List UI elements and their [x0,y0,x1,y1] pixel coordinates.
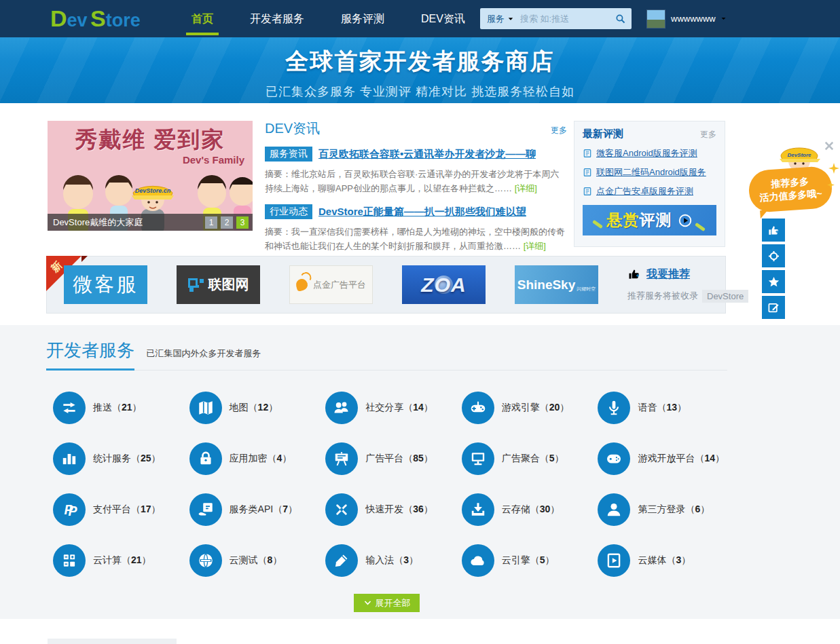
avatar [646,10,665,29]
floating-tool-button[interactable] [762,270,785,293]
news-detail-link[interactable]: [详细] [524,241,546,251]
carousel-page-button[interactable]: 1 [205,216,217,229]
reviews-more-link[interactable]: 更多 [700,129,716,140]
service-category[interactable]: 云存储（30） [455,484,591,535]
service-category[interactable]: 社交分享（14） [318,382,455,433]
carousel-page-button[interactable]: 2 [221,216,233,229]
logo-letter: D [50,5,67,31]
service-category[interactable]: 支付平台（17） [46,484,183,535]
slide-headline: 秀戴维 爱到家 [48,121,253,155]
partner-logos: 微客服 联图网 点金广告平台 ZOA [64,265,627,304]
service-category[interactable]: 推送（21） [46,382,183,433]
floating-tool-button[interactable] [762,296,785,319]
paren: ） [560,402,569,413]
paren: ） [555,453,564,463]
review-item[interactable]: 点金广告安卓版服务评测 [583,185,716,197]
floating-tool-button[interactable] [762,219,785,242]
devstore-logo[interactable]: Dev Store [50,5,141,32]
news-detail-link[interactable]: [详细] [515,183,537,193]
expand-all-button[interactable]: 展开全部 [354,594,420,612]
service-category[interactable]: 广告平台（85） [318,433,455,484]
recommend-link[interactable]: 我要推荐 [646,267,690,282]
service-category-icon [325,493,358,526]
category-count: 12 [258,402,269,413]
carousel-page-button[interactable]: 3 [236,216,249,229]
category-count: 25 [141,453,151,463]
service-category[interactable]: 广告聚合（5） [455,433,591,484]
nav-item[interactable]: 服务评测 [323,0,403,37]
news-summary-text: 摘要：我一直深信我们需要榜样，哪怕是人为堆砌的神坛，空中楼阁般的传奇和神话也能让… [265,227,565,251]
paren: ） [545,554,555,565]
paren: （ [268,453,277,463]
footer-divider [48,639,177,644]
paren: （ [122,554,131,565]
paren: ） [288,504,297,514]
service-category-label: 地图（12） [230,402,278,414]
partner-logo-name: ShineSky [517,278,576,292]
nav-item[interactable]: 首页 [173,0,232,37]
service-category-label: 云媒体（3） [638,554,691,567]
service-category-label: 云测试（8） [230,554,282,567]
service-category[interactable]: 游戏开放平台（14） [591,433,727,484]
service-category[interactable]: 云测试（8） [183,535,319,586]
floating-tool-button[interactable] [762,244,785,267]
service-category-icon [462,493,494,526]
paren: （ [273,504,282,514]
hero-banner: 全球首家开发者服务商店 已汇集众多服务 专业测评 精准对比 挑选服务轻松自如 [0,37,840,103]
recommend-note: 推荐服务将被收录 DevStore [627,290,748,303]
category-count: 7 [282,504,288,514]
category-count: 14 [413,402,424,413]
paren: （ [403,453,413,463]
services-subtitle: 已汇集国内外众多开发者服务 [146,348,261,358]
partner-logo[interactable]: 微客服 [64,265,147,304]
service-category[interactable]: 云媒体（3） [591,535,727,586]
carousel[interactable]: 秀戴维 爱到家 Dev's Family DevStore.cn DevStor… [48,121,253,248]
paren: ） [132,402,142,413]
document-icon [583,149,592,158]
news-title-link[interactable]: 百灵欧拓联合容联•云通讯举办开发者沙龙——聊 [318,148,536,161]
service-category[interactable]: 云引擎（5） [455,535,591,586]
search-category-dropdown[interactable]: 服务 [480,13,519,25]
news-more-link[interactable]: 更多 [551,125,567,136]
nav-item[interactable]: 开发者服务 [232,0,323,37]
review-item[interactable]: 微客服Android版服务评测 [583,147,716,159]
service-category[interactable]: 统计服务（25） [46,433,183,484]
search-input[interactable] [519,13,608,24]
close-icon[interactable] [823,140,835,152]
main-nav: 首页开发者服务服务评测DEV资讯 [173,0,483,37]
partner-logo[interactable]: ZOA [402,265,486,304]
news-tag: 行业动态 [265,204,312,219]
service-category[interactable]: 地图（12） [183,382,319,433]
review-link-label: 联图网二维码Android版服务 [596,166,706,178]
review-item[interactable]: 联图网二维码Android版服务 [583,166,716,178]
partner-logo[interactable]: 点金广告平台 [289,265,373,304]
category-name: 云媒体 [638,554,666,565]
reviews-title: 最新评测 [583,128,623,140]
service-category-icon [462,392,494,424]
service-category[interactable]: 云计算（21） [46,535,183,586]
service-category[interactable]: 语音（13） [591,382,727,433]
paren: （ [131,504,141,514]
partner-logo[interactable]: ShineSky 闪耀时空 [515,265,598,304]
ribbon-fold [81,256,88,262]
service-category[interactable]: 服务类API（7） [183,484,319,535]
mascot-cap-text: DevStore.cn [135,187,171,194]
search-button[interactable] [608,8,632,29]
paren: （ [403,504,413,514]
bounty-review-banner[interactable]: 悬赏 评测 [583,205,716,235]
user-menu[interactable]: wwwwwww [646,0,727,37]
news-title-link[interactable]: DevStore正能量篇——扒一扒那些我们难以望 [318,206,526,219]
service-category[interactable]: 输入法（3） [318,535,455,586]
news-item: 行业动态 DevStore正能量篇——扒一扒那些我们难以望 摘要：我一直深信我们… [265,204,567,253]
service-category[interactable]: 游戏引擎（20） [455,382,591,433]
paren: （ [666,554,676,565]
service-category[interactable]: 第三方登录（6） [591,484,727,535]
service-category[interactable]: 快速开发（36） [318,484,455,535]
partner-logo[interactable]: 联图网 [177,265,260,304]
partner-logo-icon [188,277,204,292]
paren: （ [530,504,540,514]
news-summary: 摘要：维北京站后，百灵欧拓联合容联·云通讯举办的开发者沙龙将于本周六持续上海站，… [265,167,567,195]
service-category[interactable]: 应用加密（4） [183,433,319,484]
nav-item[interactable]: DEV资讯 [403,0,483,37]
document-icon [583,187,592,196]
